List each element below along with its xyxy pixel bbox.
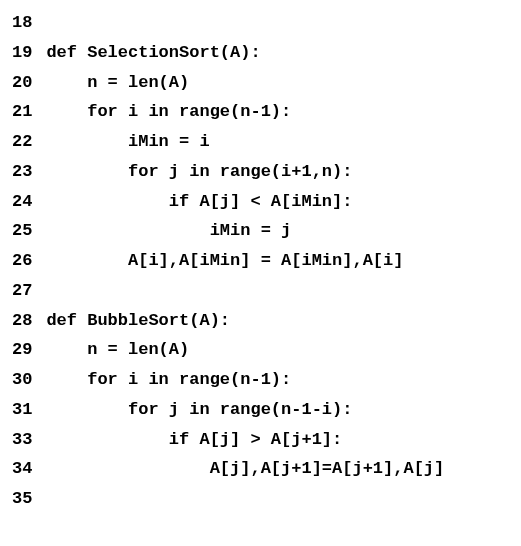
line-number: 21 bbox=[12, 97, 46, 127]
code-line: 33 if A[j] > A[j+1]: bbox=[12, 425, 509, 455]
line-text: def SelectionSort(A): bbox=[46, 38, 509, 68]
code-line: 28 def BubbleSort(A): bbox=[12, 306, 509, 336]
line-text: iMin = i bbox=[46, 127, 509, 157]
line-number: 22 bbox=[12, 127, 46, 157]
line-text: n = len(A) bbox=[46, 68, 509, 98]
code-line: 35 bbox=[12, 484, 509, 514]
line-number: 27 bbox=[12, 276, 46, 306]
line-number: 31 bbox=[12, 395, 46, 425]
line-text: def BubbleSort(A): bbox=[46, 306, 509, 336]
code-listing: 18 19 def SelectionSort(A): 20 n = len(A… bbox=[12, 8, 509, 514]
code-line: 27 bbox=[12, 276, 509, 306]
code-line: 23 for j in range(i+1,n): bbox=[12, 157, 509, 187]
line-number: 35 bbox=[12, 484, 46, 514]
line-text: for i in range(n-1): bbox=[46, 97, 509, 127]
line-text: if A[j] < A[iMin]: bbox=[46, 187, 509, 217]
code-line: 31 for j in range(n-1-i): bbox=[12, 395, 509, 425]
code-line: 29 n = len(A) bbox=[12, 335, 509, 365]
line-text bbox=[46, 484, 509, 514]
line-number: 24 bbox=[12, 187, 46, 217]
code-line: 22 iMin = i bbox=[12, 127, 509, 157]
line-number: 33 bbox=[12, 425, 46, 455]
line-number: 30 bbox=[12, 365, 46, 395]
line-number: 29 bbox=[12, 335, 46, 365]
code-line: 18 bbox=[12, 8, 509, 38]
line-number: 23 bbox=[12, 157, 46, 187]
line-text: A[i],A[iMin] = A[iMin],A[i] bbox=[46, 246, 509, 276]
code-line: 34 A[j],A[j+1]=A[j+1],A[j] bbox=[12, 454, 509, 484]
line-text: if A[j] > A[j+1]: bbox=[46, 425, 509, 455]
line-number: 19 bbox=[12, 38, 46, 68]
line-text: for i in range(n-1): bbox=[46, 365, 509, 395]
line-text bbox=[46, 276, 509, 306]
code-line: 19 def SelectionSort(A): bbox=[12, 38, 509, 68]
line-number: 26 bbox=[12, 246, 46, 276]
line-text: n = len(A) bbox=[46, 335, 509, 365]
code-line: 24 if A[j] < A[iMin]: bbox=[12, 187, 509, 217]
line-text: for j in range(i+1,n): bbox=[46, 157, 509, 187]
line-number: 20 bbox=[12, 68, 46, 98]
code-line: 25 iMin = j bbox=[12, 216, 509, 246]
code-line: 21 for i in range(n-1): bbox=[12, 97, 509, 127]
code-line: 26 A[i],A[iMin] = A[iMin],A[i] bbox=[12, 246, 509, 276]
line-text: iMin = j bbox=[46, 216, 509, 246]
line-number: 25 bbox=[12, 216, 46, 246]
line-text bbox=[46, 8, 509, 38]
line-number: 28 bbox=[12, 306, 46, 336]
line-number: 34 bbox=[12, 454, 46, 484]
line-text: for j in range(n-1-i): bbox=[46, 395, 509, 425]
line-number: 18 bbox=[12, 8, 46, 38]
code-line: 30 for i in range(n-1): bbox=[12, 365, 509, 395]
line-text: A[j],A[j+1]=A[j+1],A[j] bbox=[46, 454, 509, 484]
code-line: 20 n = len(A) bbox=[12, 68, 509, 98]
